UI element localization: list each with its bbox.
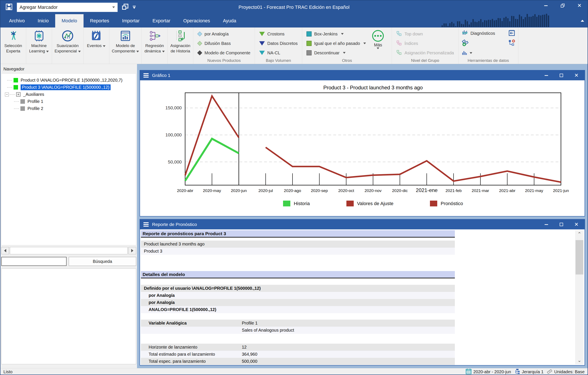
ribbon-item-descontinuar[interactable]: Descontinuar [305,48,368,58]
status-hierarchy[interactable]: Jerarquía 1 [514,368,544,375]
status-units[interactable]: Unidades: Base [546,368,585,375]
ribbon-item-asignaci-n-personalizada[interactable]: Asignación Personalizada [395,48,455,58]
scroll-down-icon[interactable]: ⌄ [575,356,584,364]
minimize-button[interactable] [543,72,549,78]
ribbon-button-regresion-dinamica[interactable]: Regresióndinámica [142,28,168,64]
chart-window-titlebar[interactable]: Gráfico 1 ✕ [140,71,585,80]
ribbon-button-seleccion-experta[interactable]: SelecciónExperta [0,28,26,64]
close-button[interactable]: ✕ [573,72,579,78]
tab-ayuda[interactable]: Ayuda [217,14,243,28]
switch-windows-icon[interactable] [122,3,129,11]
scrollbar-track[interactable] [10,247,127,254]
tree-item[interactable]: Product 0 \ANALOG=PROFILE 1(500000.,12,2… [1,77,136,84]
tab-reportes[interactable]: Reportes [84,14,116,28]
spark-bar [441,25,443,27]
calendar-icon [466,368,472,375]
spark-bar [509,21,511,27]
ribbon-item-igual-que-el-a-o-pasado[interactable]: Igual que el año pasado [305,39,368,48]
ribbon-button-asignacion-de-historia[interactable]: Asignaciónde Historia [168,28,193,64]
ribbon-button-modelo-de-componente[interactable]: Modelo deComponente [109,28,142,64]
tab-operaciones[interactable]: Operaciones [177,14,217,28]
ribbon-button-eventos[interactable]: Eventos [84,28,109,64]
vertical-scrollbar[interactable]: ⌃ ⌄ [575,230,584,364]
report-row: Horizonte de lanzamiento12 [141,344,455,351]
scrollbar-thumb[interactable] [576,240,583,274]
spark-bar [453,23,454,27]
chevron-down-icon[interactable] [470,52,472,54]
horizontal-scrollbar[interactable] [1,247,136,254]
close-button[interactable]: ✕ [577,3,582,9]
ribbon-item-box-jenkins[interactable]: Box-Jenkins [305,29,368,39]
group-node-icon [16,92,21,97]
tab-exportar[interactable]: Exportar [146,14,177,28]
maximize-button[interactable] [558,221,564,228]
legend-label: Historia [294,201,310,206]
tab-modelo[interactable]: Modelo [55,14,84,28]
tab-archivo[interactable]: Archivo [3,14,31,28]
ribbon-item-crostons[interactable]: Crostons [258,29,299,39]
tab-importar[interactable]: Importar [116,14,146,28]
close-button[interactable]: ✕ [573,221,579,228]
group-title: Herramientas de datos [459,58,518,63]
calendar-shift-icon[interactable] [508,30,515,37]
add-link-icon[interactable] [462,39,469,47]
restore-button[interactable] [560,3,566,9]
svg-text:2021-abr: 2021-abr [499,188,516,193]
ribbon-item-modelo-de-componente[interactable]: Modelo de Componente [196,48,252,58]
search-button[interactable]: Búsqueda [69,257,136,266]
spark-bar [478,21,480,27]
expander-minus-icon[interactable]: − [5,93,9,96]
minimize-button[interactable] [543,3,549,9]
search-input[interactable] [1,257,67,266]
ribbon-button-machine-learning[interactable]: MachineLearning [26,28,52,64]
spark-bar [542,15,543,27]
group-title: Bajo Volumen [255,58,302,63]
minimize-button[interactable] [543,221,549,228]
tree-item[interactable]: Profile 1 [1,98,136,105]
diagnostics-label[interactable]: Diagnósticos [471,31,506,36]
status-period[interactable]: 2020-abr - 2020-jun [466,368,511,375]
ribbon-item-datos-discretos[interactable]: Datos Discretos [258,39,299,48]
scroll-left-icon[interactable] [1,247,9,254]
scroll-up-icon[interactable]: ⌃ [575,230,584,238]
ribbon-item-top-down[interactable]: Top down [395,29,455,39]
window-menu-icon[interactable] [143,222,149,227]
spark-bar [540,15,541,27]
tree-item[interactable]: −_Auxiliares [1,91,136,98]
bookmark-combobox[interactable]: Agregar Marcador [17,3,118,12]
report-row-value: 500,000 [242,359,257,364]
ribbon-button-suavizacion-exponencial[interactable]: SuavizaciónExponencial [52,28,84,64]
group-nivel-del-grupo: Top downÍndicesAsignación Personalizada … [392,28,458,64]
svg-text:150,000: 150,000 [165,105,182,110]
tree-item[interactable]: Profile 2 [1,105,136,112]
legend-item-historia: Historia [283,201,310,206]
save-icon[interactable] [5,3,13,12]
chevron-down-icon [103,45,105,47]
quick-access-toolbar: Agregar Marcador [0,3,136,12]
toolbar-options-icon[interactable] [133,6,136,9]
bar-chart-icon[interactable] [462,50,468,56]
window-menu-icon[interactable] [143,73,149,78]
collapse-ribbon-icon[interactable] [581,20,584,22]
hierarchy-icon [396,50,402,56]
ribbon-item-por-analog-a[interactable]: por Analogía [196,29,252,39]
app-window: Agregar Marcador Proyecto01 - Forecast P… [0,0,588,375]
mas-button[interactable]: Más [367,29,389,58]
tab-inicio[interactable]: Inicio [31,14,55,28]
eventos-icon [90,29,103,43]
ribbon-item-na-cl[interactable]: NA-CL [258,48,299,58]
scroll-right-icon[interactable] [128,247,136,254]
chevron-down-icon[interactable] [112,6,115,8]
diagnostics-icon[interactable] [462,30,468,37]
spark-bar [502,21,503,27]
diamond-icon [197,50,202,55]
tree-item[interactable]: Product 3 \ANALOG=PROFILE 1(500000.,12) [1,84,136,91]
bookmark-combobox-value: Agregar Marcador [20,4,112,10]
report-row-label: ANALOG=PROFILE 1(500000.,12) [141,307,216,312]
report-window-titlebar[interactable]: Reporte de Pronóstico ✕ [140,219,585,229]
chevron-down-icon [46,51,49,52]
remove-hierarchy-icon[interactable] [508,39,515,47]
maximize-button[interactable] [558,72,564,78]
ribbon-item-difusi-n-bass[interactable]: Difusión Bass [196,39,252,48]
ribbon-item--ndices[interactable]: Índices [395,39,455,48]
